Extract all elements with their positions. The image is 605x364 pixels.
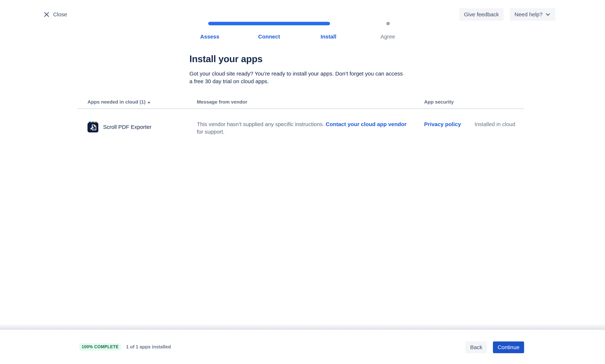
contact-vendor-link[interactable]: Contact your cloud app vendor (326, 121, 406, 127)
vendor-message: This vendor hasn’t supplied any specific… (187, 109, 414, 136)
privacy-policy-link[interactable]: Privacy policy (424, 121, 461, 127)
apps-table: Apps needed in cloud (1) Message from ve… (78, 96, 524, 136)
vendor-message-text: This vendor hasn’t supplied any specific… (197, 121, 326, 127)
column-header-app-security: App security (414, 96, 465, 108)
close-label: Close (53, 11, 67, 18)
stepper-progress-bar (208, 22, 330, 25)
install-status: Installed in cloud (465, 109, 524, 136)
close-button[interactable]: Close (44, 8, 67, 21)
step-agree: Agree (358, 34, 417, 40)
progress-complete-badge: 100% COMPLETE (79, 343, 121, 351)
stepper-track (180, 22, 417, 26)
app-cell: Scroll PDF Exporter (78, 109, 187, 136)
close-icon (44, 12, 50, 17)
app-name: Scroll PDF Exporter (103, 124, 151, 130)
scroll-pdf-exporter-app-icon (88, 121, 98, 132)
need-help-button[interactable]: Need help? (510, 8, 555, 21)
install-apps-page: Close Give feedback Need help? Assess Co… (0, 0, 605, 364)
column-header-status (465, 96, 524, 108)
progress-stepper: Assess Connect Install Agree (180, 22, 417, 40)
continue-button[interactable]: Continue (493, 341, 524, 353)
step-install: Install (299, 34, 358, 40)
page-title: Install your apps (189, 53, 263, 64)
stepper-todo-dot (386, 22, 390, 25)
give-feedback-button[interactable]: Give feedback (459, 8, 504, 21)
table-header-row: Apps needed in cloud (1) Message from ve… (78, 96, 524, 109)
page-description: Got your cloud site ready? You’re ready … (189, 70, 407, 85)
need-help-label: Need help? (515, 11, 542, 18)
step-assess: Assess (180, 34, 239, 40)
footer-progress: 100% COMPLETE 1 of 1 apps installed (79, 330, 171, 364)
footer-bar: 100% COMPLETE 1 of 1 apps installed Back… (0, 330, 605, 364)
step-connect: Connect (239, 34, 299, 40)
back-button[interactable]: Back (465, 341, 487, 353)
sort-ascending-icon (148, 101, 150, 103)
chevron-down-icon (545, 12, 551, 17)
progress-count-text: 1 of 1 apps installed (126, 344, 171, 350)
column-header-apps-needed[interactable]: Apps needed in cloud (1) (78, 96, 187, 108)
app-security-cell: Privacy policy (414, 109, 465, 136)
top-actions: Give feedback Need help? (459, 8, 555, 21)
vendor-message-text-after: for support. (197, 129, 225, 135)
stepper-labels: Assess Connect Install Agree (180, 34, 417, 40)
footer-shadow (0, 324, 605, 330)
give-feedback-label: Give feedback (464, 11, 499, 18)
column-header-vendor-message: Message from vendor (187, 96, 414, 108)
footer-actions: Back Continue (465, 341, 524, 353)
table-row: Scroll PDF Exporter This vendor hasn’t s… (78, 109, 524, 136)
